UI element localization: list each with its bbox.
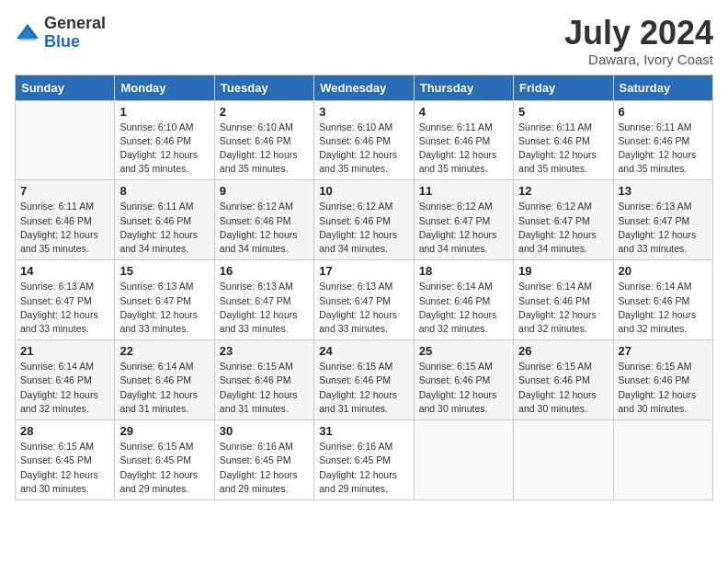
day-info: Sunrise: 6:12 AM Sunset: 6:46 PM Dayligh… <box>319 200 408 256</box>
calendar-cell: 13Sunrise: 6:13 AM Sunset: 6:47 PM Dayli… <box>613 180 712 260</box>
calendar-body: 1Sunrise: 6:10 AM Sunset: 6:46 PM Daylig… <box>16 100 713 500</box>
weekday-header-row: SundayMondayTuesdayWednesdayThursdayFrid… <box>16 75 713 100</box>
weekday-header-monday: Monday <box>115 75 214 100</box>
calendar-cell: 12Sunrise: 6:12 AM Sunset: 6:47 PM Dayli… <box>514 180 613 260</box>
day-number: 27 <box>619 344 708 358</box>
calendar-week-row: 7Sunrise: 6:11 AM Sunset: 6:46 PM Daylig… <box>16 180 713 260</box>
day-info: Sunrise: 6:14 AM Sunset: 6:46 PM Dayligh… <box>419 280 508 336</box>
day-info: Sunrise: 6:15 AM Sunset: 6:46 PM Dayligh… <box>419 360 508 416</box>
day-info: Sunrise: 6:15 AM Sunset: 6:46 PM Dayligh… <box>518 360 608 416</box>
calendar-cell: 6Sunrise: 6:11 AM Sunset: 6:46 PM Daylig… <box>613 100 712 180</box>
calendar-cell: 18Sunrise: 6:14 AM Sunset: 6:46 PM Dayli… <box>414 260 513 340</box>
day-number: 31 <box>319 424 408 438</box>
day-number: 30 <box>220 424 309 438</box>
day-info: Sunrise: 6:13 AM Sunset: 6:47 PM Dayligh… <box>319 280 408 336</box>
calendar-cell: 14Sunrise: 6:13 AM Sunset: 6:47 PM Dayli… <box>16 260 115 340</box>
logo: General Blue <box>15 15 106 52</box>
day-number: 9 <box>220 184 309 198</box>
calendar-cell: 17Sunrise: 6:13 AM Sunset: 6:47 PM Dayli… <box>314 260 414 340</box>
day-info: Sunrise: 6:15 AM Sunset: 6:45 PM Dayligh… <box>20 440 109 496</box>
weekday-header-thursday: Thursday <box>414 75 513 100</box>
day-number: 24 <box>319 344 408 358</box>
calendar-cell: 11Sunrise: 6:12 AM Sunset: 6:47 PM Dayli… <box>414 180 513 260</box>
calendar-cell: 20Sunrise: 6:14 AM Sunset: 6:46 PM Dayli… <box>613 260 712 340</box>
day-info: Sunrise: 6:14 AM Sunset: 6:46 PM Dayligh… <box>20 360 109 416</box>
day-info: Sunrise: 6:16 AM Sunset: 6:45 PM Dayligh… <box>319 440 408 496</box>
day-info: Sunrise: 6:11 AM Sunset: 6:46 PM Dayligh… <box>119 200 209 256</box>
day-number: 2 <box>220 105 309 119</box>
calendar-cell: 26Sunrise: 6:15 AM Sunset: 6:46 PM Dayli… <box>514 340 613 420</box>
day-info: Sunrise: 6:10 AM Sunset: 6:46 PM Dayligh… <box>119 121 209 177</box>
day-number: 18 <box>419 264 508 278</box>
day-info: Sunrise: 6:11 AM Sunset: 6:46 PM Dayligh… <box>518 121 608 177</box>
day-info: Sunrise: 6:11 AM Sunset: 6:46 PM Dayligh… <box>619 121 708 177</box>
day-info: Sunrise: 6:13 AM Sunset: 6:47 PM Dayligh… <box>619 200 708 256</box>
calendar-cell <box>414 420 513 500</box>
location: Dawara, Ivory Coast <box>564 52 713 67</box>
day-number: 16 <box>220 264 309 278</box>
weekday-header-sunday: Sunday <box>16 75 115 100</box>
day-info: Sunrise: 6:13 AM Sunset: 6:47 PM Dayligh… <box>220 280 309 336</box>
calendar-cell: 7Sunrise: 6:11 AM Sunset: 6:46 PM Daylig… <box>16 180 115 260</box>
day-number: 28 <box>20 424 109 438</box>
day-number: 8 <box>119 184 209 198</box>
calendar-cell: 29Sunrise: 6:15 AM Sunset: 6:45 PM Dayli… <box>115 420 214 500</box>
day-number: 13 <box>619 184 708 198</box>
calendar-cell: 1Sunrise: 6:10 AM Sunset: 6:46 PM Daylig… <box>115 100 214 180</box>
logo-icon <box>15 20 40 46</box>
day-number: 10 <box>319 184 408 198</box>
weekday-header-wednesday: Wednesday <box>314 75 414 100</box>
calendar-cell <box>514 420 613 500</box>
calendar-cell: 15Sunrise: 6:13 AM Sunset: 6:47 PM Dayli… <box>115 260 214 340</box>
day-number: 4 <box>419 105 508 119</box>
day-info: Sunrise: 6:10 AM Sunset: 6:46 PM Dayligh… <box>319 121 408 177</box>
title-block: July 2024 Dawara, Ivory Coast <box>564 15 713 67</box>
day-number: 6 <box>619 105 708 119</box>
day-info: Sunrise: 6:14 AM Sunset: 6:46 PM Dayligh… <box>119 360 209 416</box>
day-number: 29 <box>119 424 209 438</box>
day-info: Sunrise: 6:11 AM Sunset: 6:46 PM Dayligh… <box>20 200 109 256</box>
day-info: Sunrise: 6:13 AM Sunset: 6:47 PM Dayligh… <box>20 280 109 336</box>
day-number: 22 <box>119 344 209 358</box>
calendar-cell: 2Sunrise: 6:10 AM Sunset: 6:46 PM Daylig… <box>214 100 313 180</box>
day-number: 17 <box>319 264 408 278</box>
day-number: 21 <box>20 344 109 358</box>
calendar-cell: 25Sunrise: 6:15 AM Sunset: 6:46 PM Dayli… <box>414 340 513 420</box>
day-info: Sunrise: 6:15 AM Sunset: 6:46 PM Dayligh… <box>220 360 309 416</box>
logo-text: General Blue <box>44 15 106 52</box>
day-info: Sunrise: 6:15 AM Sunset: 6:45 PM Dayligh… <box>119 440 209 496</box>
weekday-header-tuesday: Tuesday <box>214 75 313 100</box>
page-header: General Blue July 2024 Dawara, Ivory Coa… <box>15 15 713 67</box>
day-number: 12 <box>518 184 608 198</box>
day-number: 15 <box>119 264 209 278</box>
calendar-week-row: 21Sunrise: 6:14 AM Sunset: 6:46 PM Dayli… <box>16 340 713 420</box>
day-info: Sunrise: 6:12 AM Sunset: 6:47 PM Dayligh… <box>419 200 508 256</box>
calendar-cell: 9Sunrise: 6:12 AM Sunset: 6:46 PM Daylig… <box>214 180 313 260</box>
calendar-table: SundayMondayTuesdayWednesdayThursdayFrid… <box>15 75 713 500</box>
calendar-cell: 5Sunrise: 6:11 AM Sunset: 6:46 PM Daylig… <box>514 100 613 180</box>
calendar-week-row: 1Sunrise: 6:10 AM Sunset: 6:46 PM Daylig… <box>16 100 713 180</box>
calendar-week-row: 28Sunrise: 6:15 AM Sunset: 6:45 PM Dayli… <box>16 420 713 500</box>
day-info: Sunrise: 6:15 AM Sunset: 6:46 PM Dayligh… <box>319 360 408 416</box>
calendar-cell: 27Sunrise: 6:15 AM Sunset: 6:46 PM Dayli… <box>613 340 712 420</box>
day-number: 23 <box>220 344 309 358</box>
calendar-cell: 8Sunrise: 6:11 AM Sunset: 6:46 PM Daylig… <box>115 180 214 260</box>
calendar-cell: 23Sunrise: 6:15 AM Sunset: 6:46 PM Dayli… <box>214 340 313 420</box>
calendar-cell: 30Sunrise: 6:16 AM Sunset: 6:45 PM Dayli… <box>214 420 313 500</box>
calendar-week-row: 14Sunrise: 6:13 AM Sunset: 6:47 PM Dayli… <box>16 260 713 340</box>
weekday-header-saturday: Saturday <box>613 75 712 100</box>
day-number: 25 <box>419 344 508 358</box>
day-info: Sunrise: 6:14 AM Sunset: 6:46 PM Dayligh… <box>518 280 608 336</box>
calendar-cell: 31Sunrise: 6:16 AM Sunset: 6:45 PM Dayli… <box>314 420 414 500</box>
calendar-cell: 4Sunrise: 6:11 AM Sunset: 6:46 PM Daylig… <box>414 100 513 180</box>
day-number: 1 <box>119 105 209 119</box>
day-number: 26 <box>518 344 608 358</box>
day-info: Sunrise: 6:11 AM Sunset: 6:46 PM Dayligh… <box>419 121 508 177</box>
weekday-header-friday: Friday <box>514 75 613 100</box>
calendar-cell: 16Sunrise: 6:13 AM Sunset: 6:47 PM Dayli… <box>214 260 313 340</box>
day-info: Sunrise: 6:14 AM Sunset: 6:46 PM Dayligh… <box>619 280 708 336</box>
day-info: Sunrise: 6:15 AM Sunset: 6:46 PM Dayligh… <box>619 360 708 416</box>
day-number: 19 <box>518 264 608 278</box>
calendar-cell <box>613 420 712 500</box>
day-number: 7 <box>20 184 109 198</box>
